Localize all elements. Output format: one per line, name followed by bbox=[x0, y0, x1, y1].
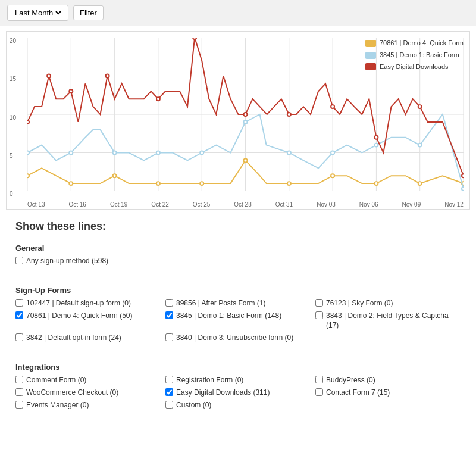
chart-legend: 70861 | Demo 4: Quick Form 3845 | Demo 1… bbox=[365, 38, 464, 73]
legend-item-red: Easy Digital Downloads bbox=[365, 61, 464, 73]
integrations-label: Integrations bbox=[15, 363, 461, 372]
legend-label-red: Easy Digital Downloads bbox=[380, 61, 449, 73]
general-any-signup[interactable]: Any sign-up method (598) bbox=[15, 256, 461, 266]
svg-point-16 bbox=[27, 174, 29, 177]
form-76123-checkbox[interactable] bbox=[315, 299, 323, 307]
general-section: General Any sign-up method (598) bbox=[8, 239, 468, 273]
integration-events-checkbox[interactable] bbox=[15, 401, 23, 409]
svg-point-36 bbox=[418, 144, 422, 147]
period-dropdown[interactable]: Last Month This Month Last Week bbox=[12, 8, 63, 18]
svg-point-39 bbox=[47, 74, 51, 78]
signup-forms-label: Sign-Up Forms bbox=[15, 286, 461, 295]
svg-point-31 bbox=[200, 151, 203, 155]
svg-point-35 bbox=[374, 144, 378, 147]
form-89856-checkbox[interactable] bbox=[165, 299, 173, 307]
form-3840-checkbox[interactable] bbox=[165, 333, 173, 341]
svg-point-37 bbox=[462, 187, 464, 191]
integration-events[interactable]: Events Manager (0) bbox=[15, 400, 161, 410]
legend-color-red bbox=[365, 63, 376, 70]
integration-comment-checkbox[interactable] bbox=[15, 376, 23, 383]
svg-point-47 bbox=[374, 136, 378, 139]
svg-point-19 bbox=[156, 182, 160, 185]
legend-label-blue: 3845 | Demo 1: Basic Form bbox=[380, 49, 459, 61]
form-102447[interactable]: 102447 | Default sign-up form (0) bbox=[15, 298, 161, 308]
svg-point-25 bbox=[418, 182, 422, 185]
y-axis: 0 5 10 15 20 bbox=[10, 38, 16, 197]
signup-forms-section: Sign-Up Forms 102447 | Default sign-up f… bbox=[8, 281, 468, 350]
svg-point-17 bbox=[69, 182, 73, 185]
legend-color-yellow bbox=[365, 40, 376, 47]
svg-point-28 bbox=[69, 151, 73, 155]
svg-point-24 bbox=[374, 182, 378, 185]
general-label: General bbox=[15, 244, 461, 252]
integration-cf7[interactable]: Contact Form 7 (15) bbox=[315, 388, 461, 398]
svg-point-22 bbox=[287, 182, 291, 185]
form-3842[interactable]: 3842 | Default opt-in form (24) bbox=[15, 333, 161, 343]
legend-label-yellow: 70861 | Demo 4: Quick Form bbox=[380, 38, 464, 49]
form-3843-checkbox[interactable] bbox=[315, 311, 323, 319]
integration-woocommerce-checkbox[interactable] bbox=[15, 388, 23, 396]
svg-point-45 bbox=[287, 113, 291, 116]
svg-point-46 bbox=[331, 105, 334, 108]
top-bar: Last Month This Month Last Week Filter bbox=[0, 0, 476, 26]
filter-button[interactable]: Filter bbox=[73, 5, 104, 20]
integrations-section: Integrations Comment Form (0) Registrati… bbox=[8, 358, 468, 417]
form-3840[interactable]: 3840 | Demo 3: Unsubscribe form (0) bbox=[165, 333, 311, 343]
divider-1 bbox=[8, 277, 468, 277]
svg-point-43 bbox=[193, 38, 196, 39]
divider-2 bbox=[8, 354, 468, 354]
integration-comment[interactable]: Comment Form (0) bbox=[15, 375, 161, 385]
svg-point-48 bbox=[418, 105, 422, 108]
form-3843[interactable]: 3843 | Demo 2: Field Types & Captcha (17… bbox=[315, 311, 461, 331]
svg-point-27 bbox=[27, 151, 29, 155]
svg-point-23 bbox=[331, 174, 334, 177]
period-select[interactable]: Last Month This Month Last Week bbox=[7, 5, 68, 21]
form-70861-checkbox[interactable] bbox=[15, 311, 23, 319]
x-axis: Oct 13 Oct 16 Oct 19 Oct 22 Oct 25 Oct 2… bbox=[27, 201, 464, 208]
form-89856[interactable]: 89856 | After Posts Form (1) bbox=[165, 298, 311, 308]
svg-point-18 bbox=[113, 174, 117, 177]
form-76123[interactable]: 76123 | Sky Form (0) bbox=[315, 298, 461, 308]
svg-point-42 bbox=[156, 97, 160, 101]
chart-container: 0 5 10 15 20 bbox=[6, 31, 470, 210]
legend-item-yellow: 70861 | Demo 4: Quick Form bbox=[365, 38, 464, 49]
svg-point-49 bbox=[462, 174, 464, 177]
form-70861[interactable]: 70861 | Demo 4: Quick Form (50) bbox=[15, 311, 161, 331]
integration-buddypress-checkbox[interactable] bbox=[315, 376, 323, 383]
legend-color-blue bbox=[365, 52, 376, 59]
signup-forms-list: 102447 | Default sign-up form (0) 89856 … bbox=[15, 298, 461, 343]
integration-registration[interactable]: Registration Form (0) bbox=[165, 375, 311, 385]
integration-buddypress[interactable]: BuddyPress (0) bbox=[315, 375, 461, 385]
integration-custom[interactable]: Custom (0) bbox=[165, 400, 311, 410]
general-list: Any sign-up method (598) bbox=[15, 256, 461, 266]
integrations-list: Comment Form (0) Registration Form (0) B… bbox=[15, 375, 461, 410]
form-3845-checkbox[interactable] bbox=[165, 311, 173, 319]
integration-edd-checkbox[interactable] bbox=[165, 388, 173, 396]
show-lines-section: Show these lines: General Any sign-up me… bbox=[0, 214, 476, 419]
svg-point-30 bbox=[156, 151, 160, 155]
integration-cf7-checkbox[interactable] bbox=[315, 388, 323, 396]
form-102447-checkbox[interactable] bbox=[15, 299, 23, 307]
form-3845[interactable]: 3845 | Demo 1: Basic Form (148) bbox=[165, 311, 311, 331]
svg-point-33 bbox=[287, 151, 291, 155]
integration-registration-checkbox[interactable] bbox=[165, 376, 173, 383]
form-3842-checkbox[interactable] bbox=[15, 333, 23, 341]
svg-point-20 bbox=[200, 182, 203, 185]
svg-point-40 bbox=[69, 89, 73, 93]
svg-point-44 bbox=[243, 113, 247, 116]
integration-custom-checkbox[interactable] bbox=[165, 401, 173, 409]
svg-point-21 bbox=[243, 158, 247, 162]
svg-point-32 bbox=[243, 120, 247, 124]
svg-point-29 bbox=[113, 151, 117, 155]
general-any-signup-checkbox[interactable] bbox=[15, 257, 23, 264]
integration-edd[interactable]: Easy Digital Downloads (311) bbox=[165, 388, 311, 398]
svg-point-34 bbox=[331, 151, 334, 155]
legend-item-blue: 3845 | Demo 1: Basic Form bbox=[365, 49, 464, 61]
svg-point-41 bbox=[106, 74, 109, 78]
integration-woocommerce[interactable]: WooCommerce Checkout (0) bbox=[15, 388, 161, 398]
show-lines-title: Show these lines: bbox=[8, 220, 468, 233]
svg-point-38 bbox=[27, 120, 29, 124]
